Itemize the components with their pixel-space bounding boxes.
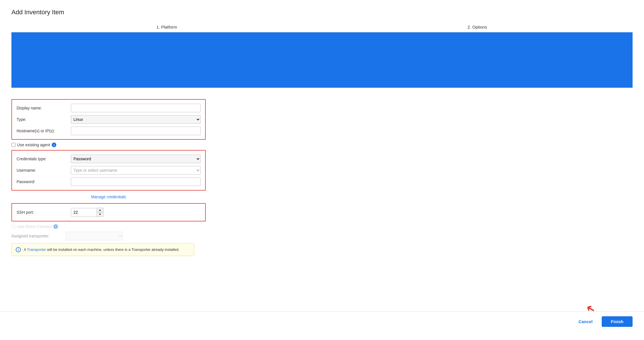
username-label: Username: [17, 168, 71, 173]
ssh-port-decrement-button[interactable]: ▼ [97, 212, 103, 217]
assigned-transporter-row: Assigned transporter: [11, 232, 206, 240]
display-name-label: Display name: [17, 106, 71, 110]
wizard-step-options[interactable]: 2. Options [322, 25, 633, 32]
use-direct-connect-row: Use Direct Connect i [11, 224, 206, 229]
use-direct-connect-checkbox[interactable] [11, 225, 15, 229]
password-label: Password: [17, 179, 71, 184]
use-existing-agent-info-icon[interactable]: i [52, 143, 56, 147]
info-box-icon: i [16, 247, 21, 252]
password-input[interactable] [71, 177, 201, 186]
assigned-transporter-select[interactable] [66, 232, 123, 240]
use-existing-agent-row: Use existing agent i [11, 143, 206, 147]
hostname-input[interactable] [71, 127, 201, 135]
footer: ➜ Cancel Finish [0, 311, 644, 331]
info-box-text: A Transporter will be installed on each … [24, 247, 179, 253]
credentials-section: Credentials type: Password SSH Key None … [11, 150, 206, 191]
assigned-transporter-label: Assigned transporter: [11, 234, 66, 238]
ssh-port-label: SSH port: [17, 210, 71, 215]
transporter-link[interactable]: Transporter [27, 247, 46, 252]
cancel-button[interactable]: Cancel [574, 317, 597, 326]
right-panel [206, 99, 633, 256]
credentials-type-label: Credentials type: [17, 157, 71, 161]
finish-button[interactable]: Finish [602, 316, 633, 327]
ssh-port-increment-button[interactable]: ▲ [97, 208, 103, 212]
wizard-step-platform[interactable]: 1. Platform [11, 25, 322, 32]
use-existing-agent-label: Use existing agent [17, 143, 50, 147]
credentials-type-select[interactable]: Password SSH Key None [71, 155, 201, 163]
type-label: Type: [17, 117, 71, 122]
ssh-port-section: SSH port: ▲ ▼ [11, 203, 206, 221]
basic-info-section: Display name: Type: Linux Windows Mac OS… [11, 99, 206, 140]
manage-credentials-link[interactable]: Manage credentials [11, 193, 206, 200]
hostname-label: Hostname(s) or IP(s): [17, 129, 71, 133]
page-title: Add Inventory Item [11, 9, 633, 16]
ssh-port-input[interactable] [71, 208, 97, 217]
transporter-info-box: i A Transporter will be installed on eac… [11, 243, 194, 256]
ssh-port-spinner: ▲ ▼ [71, 208, 103, 217]
type-select[interactable]: Linux Windows Mac OS [71, 115, 201, 124]
ssh-port-spinner-buttons: ▲ ▼ [97, 208, 103, 217]
use-direct-connect-label: Use Direct Connect [17, 224, 52, 229]
display-name-input[interactable] [71, 104, 201, 112]
use-existing-agent-checkbox[interactable] [11, 143, 15, 147]
use-direct-connect-info-icon[interactable]: i [53, 224, 58, 229]
username-select[interactable]: Type or select username [71, 166, 201, 175]
